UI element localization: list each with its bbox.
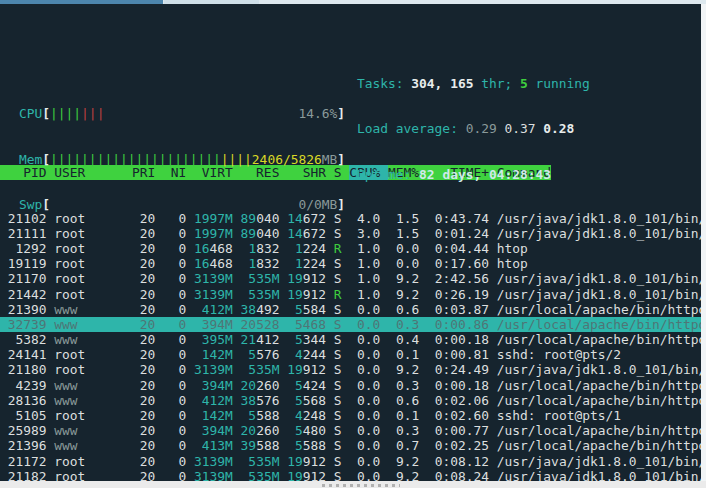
swp-close-bracket: ] (337, 197, 345, 212)
cell-shr: 4 (287, 408, 303, 423)
cell-pri: 20 (132, 408, 163, 423)
cell-cpu-percent: 0.0 (342, 302, 389, 317)
swp-meter-value: 0/0MB (298, 197, 337, 212)
cell-mem-percent: 9.2 (388, 454, 427, 469)
table-row[interactable]: 5105 root 20 0 142M 5588 4248 S 0.0 0.1 … (0, 408, 701, 423)
cell-shr: 5 (287, 378, 303, 393)
cell-command: /usr/java/jdk1.8.0_101/bin/java -Xm (497, 362, 701, 377)
table-row[interactable]: 4239 www 20 0 394M 20260 5424 S 0.0 0.3 … (0, 378, 701, 393)
cell-pid: 21172 (0, 454, 54, 469)
sp (233, 302, 241, 317)
cell-user: www (54, 332, 132, 347)
cell-pri: 20 (132, 438, 163, 453)
mem-close-bracket: ] (337, 152, 345, 167)
cell-pri: 20 (132, 469, 163, 481)
sp (233, 438, 241, 453)
cell-shr: 588 (303, 438, 326, 453)
cell-ni: 0 (163, 302, 194, 317)
bottom-edge-strip (0, 481, 706, 488)
cell-cpu-percent: 0.0 (342, 347, 389, 362)
cell-pid: 25989 (0, 423, 54, 438)
cell-res: 20 (241, 317, 257, 332)
table-row[interactable]: 28136 www 20 0 412M 38576 5568 S 0.0 0.6… (0, 393, 701, 408)
table-row[interactable]: 21442 root 20 0 3139M 535M 19912 R 1.0 9… (0, 287, 701, 302)
cell-res: 5 (241, 408, 257, 423)
cell-ni: 0 (163, 317, 194, 332)
sp (326, 347, 334, 362)
cell-cpu-percent: 1.0 (342, 287, 389, 302)
cell-mem-percent: 0.3 (388, 378, 427, 393)
cell-res: 38 (241, 393, 257, 408)
table-row[interactable]: 32739 www 20 0 394M 20528 5468 S 0.0 0.3… (0, 317, 701, 332)
sp (233, 393, 241, 408)
sp (233, 332, 241, 347)
table-row[interactable]: 5382 www 20 0 395M 21412 5344 S 0.0 0.4 … (0, 332, 701, 347)
table-row[interactable]: 21390 www 20 0 412M 38492 5584 S 0.0 0.6… (0, 302, 701, 317)
cell-time: 0:08.24 (427, 469, 497, 481)
cell-user: www (54, 438, 132, 453)
cell-res: 535M (241, 469, 280, 481)
table-row[interactable]: 21396 www 20 0 413M 39588 5588 S 0.0 0.7… (0, 438, 701, 453)
table-row[interactable]: 25989 www 20 0 394M 20260 5480 S 0.0 0.3… (0, 423, 701, 438)
cell-ni: 0 (163, 332, 194, 347)
cell-shr: 4 (287, 347, 303, 362)
cell-time: 0:00.18 (427, 332, 497, 347)
cpu-bars-green: |||| (50, 106, 81, 121)
table-row[interactable]: 21180 root 20 0 3139M 535M 19912 S 0.0 9… (0, 362, 701, 377)
running-label: running (528, 76, 590, 91)
cell-command: /usr/java/jdk1.8.0_101/bin/java -Xm (497, 469, 701, 481)
table-row[interactable]: 24141 root 20 0 142M 5576 4244 S 0.0 0.1… (0, 347, 701, 362)
cell-state: S (334, 317, 342, 332)
cell-shr: 5 (287, 332, 303, 347)
cell-mem-percent: 0.3 (388, 423, 427, 438)
cell-ni: 0 (163, 378, 194, 393)
tasks-line: Tasks: 304, 165 thr; 5 running (357, 76, 590, 91)
cell-mem-percent: 0.1 (388, 408, 427, 423)
cell-cpu-percent: 0.0 (342, 393, 389, 408)
cell-shr: 424 (303, 378, 326, 393)
cell-shr: 5 (287, 317, 303, 332)
cell-res: 412 (256, 332, 279, 347)
cell-shr: 5 (287, 302, 303, 317)
cell-command: /usr/local/apache/bin/httpd -k star (497, 332, 701, 347)
cell-pid: 21442 (0, 287, 54, 302)
cell-state: S (334, 362, 342, 377)
cell-virt: 412M (194, 393, 233, 408)
cell-res: 38 (241, 302, 257, 317)
sp (326, 302, 334, 317)
sp (326, 317, 334, 332)
cell-shr: 19 (287, 287, 303, 302)
mem-open-bracket: [ (42, 152, 50, 167)
load-5min: 0.37 (504, 121, 543, 136)
cell-virt: 142M (194, 347, 233, 362)
cell-ni: 0 (163, 438, 194, 453)
threads-label: thr; (473, 76, 520, 91)
cell-command: sshd: root@pts/1 (497, 408, 621, 423)
cell-time: 0:02.25 (427, 438, 497, 453)
load-average-line: Load average: 0.29 0.37 0.28 (357, 121, 590, 136)
cell-res: 535M (241, 362, 280, 377)
sp (326, 438, 334, 453)
mem-meter-unit: MB (322, 152, 338, 167)
tasks-count: 304, 165 (411, 76, 473, 91)
cell-time: 0:00.86 (427, 317, 497, 332)
cell-ni: 0 (163, 423, 194, 438)
cell-shr: 19 (287, 454, 303, 469)
cell-shr: 568 (303, 393, 326, 408)
table-row[interactable]: 21182 root 20 0 3139M 535M 19912 S 0.0 9… (0, 469, 701, 481)
cell-virt: 412M (194, 302, 233, 317)
cell-cpu-percent: 0.0 (342, 317, 389, 332)
cpu-bars-red: ||| (81, 106, 104, 121)
cell-mem-percent: 0.3 (388, 317, 427, 332)
cell-res: 39 (241, 438, 257, 453)
cell-mem-percent: 0.6 (388, 302, 427, 317)
cell-command: sshd: root@pts/2 (497, 347, 621, 362)
cell-pri: 20 (132, 454, 163, 469)
sp (326, 287, 334, 302)
cell-res: 20 (241, 378, 257, 393)
cell-state: S (334, 423, 342, 438)
table-row[interactable]: 21172 root 20 0 3139M 535M 19912 S 0.0 9… (0, 454, 701, 469)
sp (233, 347, 241, 362)
cell-shr: 5 (287, 393, 303, 408)
cell-virt: 394M (194, 378, 233, 393)
